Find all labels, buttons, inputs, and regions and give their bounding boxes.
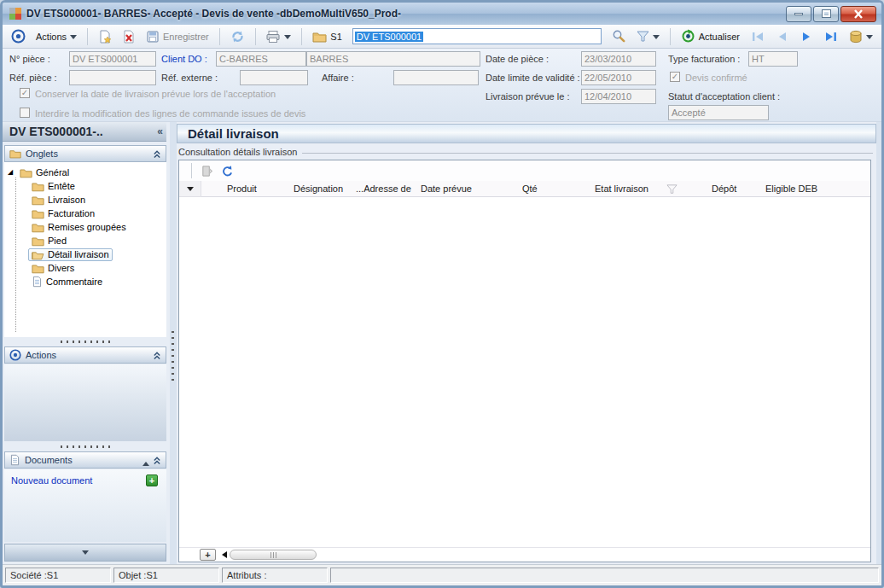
last-record-button[interactable] <box>820 28 842 45</box>
collapse-panel-icon[interactable] <box>153 149 161 159</box>
actions-menu-button[interactable]: Actions <box>32 29 80 44</box>
column-header-date-prevue[interactable]: Date prévue <box>421 183 472 194</box>
column-header-adresse[interactable]: ...Adresse de <box>356 183 411 194</box>
column-filter-icon[interactable] <box>666 184 678 195</box>
conserver-checkbox[interactable]: ✓ <box>20 88 30 98</box>
tree-item-divers[interactable]: Divers <box>8 261 166 275</box>
no-piece-field[interactable]: DV ETS000001 <box>69 51 156 67</box>
column-header-etat-livraison[interactable]: Etat livraison <box>595 183 648 194</box>
undo-icon[interactable] <box>220 165 233 178</box>
refresh-label: Actualiser <box>699 32 740 42</box>
previous-record-button[interactable] <box>772 28 793 45</box>
sync-button[interactable] <box>227 28 248 45</box>
add-document-button[interactable]: + <box>146 474 158 486</box>
new-document-icon <box>98 30 112 44</box>
documents-panel-title: Documents <box>25 455 73 465</box>
tree-item-livraison[interactable]: Livraison <box>8 193 166 207</box>
onglets-panel-title: Onglets <box>26 148 58 159</box>
print-button[interactable] <box>262 28 294 45</box>
sidebar-header[interactable]: DV ETS000001-.. « <box>3 122 166 142</box>
column-header-produit[interactable]: Produit <box>227 183 257 194</box>
date-limite-label: Date limite de validité : <box>486 73 580 83</box>
collapse-panel-icon[interactable] <box>153 456 161 465</box>
tree-item-pied[interactable]: Pied <box>8 234 166 247</box>
date-piece-field[interactable]: 23/03/2010 <box>581 51 656 67</box>
type-facturation-field[interactable]: HT <box>748 51 798 67</box>
next-record-icon <box>800 30 813 44</box>
tree-item-general[interactable]: ◢ Général <box>8 166 166 179</box>
column-header-depot[interactable]: Dépôt <box>712 183 736 194</box>
close-icon <box>853 9 864 19</box>
database-button[interactable] <box>846 28 876 45</box>
devis-confirme-checkbox[interactable]: ✓ <box>670 72 680 82</box>
status-societe: Société :S1 <box>5 568 111 583</box>
ref-piece-field[interactable] <box>69 70 156 85</box>
ref-externe-field[interactable] <box>240 70 308 85</box>
refresh-icon <box>230 30 245 44</box>
affaire-field[interactable] <box>393 70 479 85</box>
restore-button[interactable] <box>813 6 839 22</box>
scroll-left-button[interactable] <box>218 551 227 558</box>
collapse-panel-icon[interactable] <box>153 351 161 360</box>
client-do-code-field[interactable]: C-BARRES <box>216 51 306 67</box>
minimize-button[interactable] <box>786 6 811 22</box>
interdire-checkbox[interactable] <box>20 108 30 118</box>
close-button[interactable] <box>840 6 876 22</box>
status-attributs: Attributs : <box>222 568 328 583</box>
actions-label: Actions <box>36 32 67 42</box>
restore-icon <box>823 10 830 17</box>
status-objet: Objet :S1 <box>113 568 219 583</box>
folder-icon <box>32 195 44 206</box>
livraison-prevue-field[interactable]: 12/04/2010 <box>581 89 656 104</box>
grid-body-empty[interactable] <box>179 197 870 547</box>
site-button[interactable]: S1 <box>309 29 345 44</box>
collapse-sidebar-icon[interactable]: « <box>157 125 163 137</box>
column-header-qte[interactable]: Qté <box>522 183 538 194</box>
client-do-label[interactable]: Client DO : <box>161 54 207 64</box>
splitter-handle[interactable] <box>61 445 110 448</box>
exit-icon[interactable] <box>201 165 213 178</box>
new-document-button[interactable] <box>95 28 115 45</box>
search-button[interactable] <box>608 27 630 45</box>
vertical-splitter[interactable] <box>172 331 174 382</box>
actions-panel-header[interactable]: Actions <box>4 346 166 364</box>
scroll-up-icon[interactable] <box>142 458 149 466</box>
chevron-down-icon <box>653 35 660 43</box>
livraison-prevue-label: Livraison prévue le : <box>486 91 569 102</box>
splitter-handle[interactable] <box>61 341 110 343</box>
onglets-panel-header[interactable]: Onglets <box>4 145 166 162</box>
documents-panel-header[interactable]: Documents <box>4 451 166 469</box>
grid-horizontal-scrollbar: + <box>179 547 870 562</box>
scrollbar-thumb[interactable] <box>230 550 317 560</box>
status-empty <box>330 568 879 583</box>
tree-item-remises-groupees[interactable]: Remises groupées <box>8 220 166 234</box>
tree-item-entete[interactable]: Entête <box>8 179 166 193</box>
refresh-data-button[interactable]: Actualiser <box>678 27 743 45</box>
filter-button[interactable] <box>633 29 663 44</box>
first-record-icon <box>750 30 765 44</box>
date-limite-field[interactable]: 22/05/2010 <box>581 70 656 85</box>
column-header-eligible-deb[interactable]: Eligible DEB <box>765 183 817 194</box>
add-row-button[interactable]: + <box>200 549 216 561</box>
column-header-designation[interactable]: Désignation <box>294 183 343 194</box>
statut-acceptation-field[interactable]: Accepté <box>668 105 769 120</box>
row-selector-button[interactable] <box>179 181 201 197</box>
next-record-button[interactable] <box>796 28 817 45</box>
delete-button[interactable] <box>119 28 139 45</box>
client-do-name-field[interactable]: BARRES <box>306 51 480 67</box>
selected-tree-item[interactable]: Détail livraison <box>28 248 113 261</box>
tree-item-commentaire[interactable]: Commentaire <box>8 275 166 288</box>
tree-item-detail-livraison[interactable]: Détail livraison <box>8 247 166 261</box>
tree-expander-icon[interactable]: ◢ <box>8 169 15 176</box>
new-document-link[interactable]: Nouveau document <box>11 475 92 486</box>
tree-item-facturation[interactable]: Facturation <box>8 207 166 220</box>
last-record-icon <box>823 30 839 44</box>
grid-header-row: Produit Désignation ...Adresse de Date p… <box>179 181 870 197</box>
first-record-button[interactable] <box>747 28 769 45</box>
search-input[interactable]: DV ETS000001 <box>352 28 602 44</box>
folder-icon <box>312 31 327 43</box>
save-button[interactable]: Enregistrer <box>142 28 212 45</box>
minimize-icon <box>794 13 803 15</box>
target-icon <box>9 349 21 361</box>
sidebar-scroll-down-bar[interactable] <box>4 544 166 562</box>
